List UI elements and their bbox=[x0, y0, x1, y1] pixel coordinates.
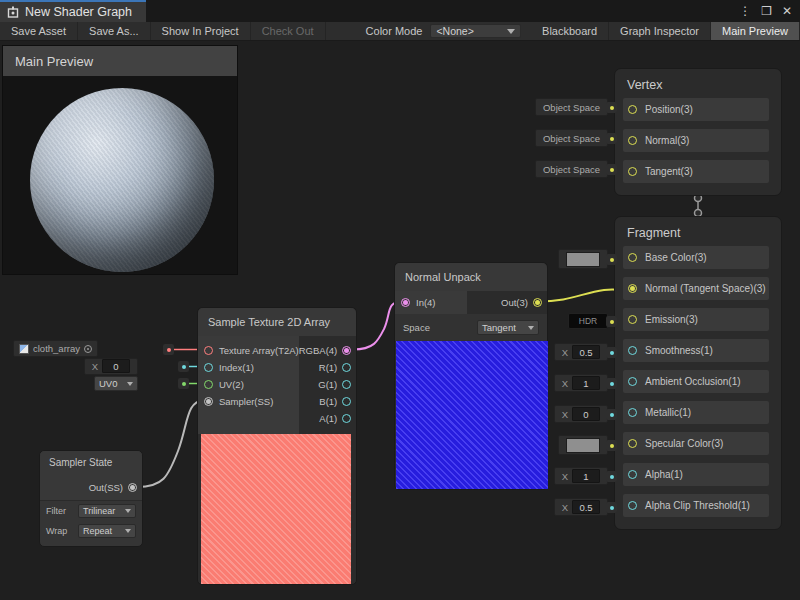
fragment-slot-ambient-occlusion[interactable]: Ambient Occlusion(1) bbox=[623, 370, 769, 393]
r-output[interactable]: R(1) bbox=[299, 359, 357, 376]
ambient-occlusion-value-badge[interactable]: X 1 bbox=[554, 374, 608, 392]
save-asset-button[interactable]: Save Asset bbox=[0, 22, 78, 40]
ambient-occlusion-value-field[interactable]: 1 bbox=[572, 376, 600, 390]
index-value-field[interactable]: 0 bbox=[102, 359, 130, 373]
fragment-slot-alpha[interactable]: Alpha(1) bbox=[623, 463, 769, 486]
metallic-port[interactable] bbox=[628, 408, 637, 417]
vertex-node[interactable]: Vertex Position(3) Normal(3) Tangent(3) bbox=[614, 68, 782, 196]
sampler-state-node[interactable]: Sampler State Out(SS) Filter Trilinear W… bbox=[39, 450, 143, 547]
uv-port[interactable] bbox=[204, 380, 213, 389]
tangent-space-badge[interactable]: Object Space bbox=[535, 160, 608, 178]
smoothness-value-field[interactable]: 0.5 bbox=[572, 345, 600, 359]
blackboard-toggle[interactable]: Blackboard bbox=[531, 22, 609, 40]
a-port[interactable] bbox=[342, 414, 351, 423]
fragment-slot-emission[interactable]: Emission(3) bbox=[623, 308, 769, 331]
smoothness-value-badge[interactable]: X 0.5 bbox=[554, 343, 608, 361]
g-output[interactable]: G(1) bbox=[299, 376, 357, 393]
color-mode-dropdown[interactable]: <None> bbox=[430, 24, 521, 38]
alpha-clip-port[interactable] bbox=[628, 501, 637, 510]
base-color-stub bbox=[606, 254, 617, 265]
normal-port[interactable] bbox=[628, 136, 637, 145]
edge-samplerstate-to-sampler[interactable] bbox=[137, 401, 204, 488]
texture-array-input[interactable]: Texture Array(T2A) bbox=[198, 342, 299, 359]
metallic-value-badge[interactable]: X 0 bbox=[554, 405, 608, 423]
vertex-slot-normal[interactable]: Normal(3) bbox=[623, 129, 769, 152]
normal-unpack-in[interactable]: In(4) bbox=[395, 291, 467, 314]
index-input[interactable]: Index(1) bbox=[198, 359, 299, 376]
color-swatch[interactable] bbox=[566, 438, 600, 453]
fragment-slot-metallic[interactable]: Metallic(1) bbox=[623, 401, 769, 424]
main-preview-panel[interactable]: Main Preview bbox=[2, 45, 238, 275]
tangent-stub bbox=[606, 164, 617, 175]
normal-unpack-node[interactable]: Normal Unpack In(4) Out(3) Space Tangent bbox=[394, 262, 548, 490]
x-prefix: X bbox=[562, 347, 568, 358]
menu-icon[interactable]: ⋮ bbox=[739, 5, 751, 17]
rgba-output[interactable]: RGBA(4) bbox=[299, 342, 357, 359]
normal-ts-port[interactable] bbox=[628, 284, 637, 293]
in4-port[interactable] bbox=[401, 298, 410, 307]
graph-inspector-toggle[interactable]: Graph Inspector bbox=[609, 22, 711, 40]
specular-color-port[interactable] bbox=[628, 439, 637, 448]
r-port[interactable] bbox=[342, 363, 351, 372]
cloth-array-stub bbox=[163, 344, 174, 355]
normal-space-badge[interactable]: Object Space bbox=[535, 129, 608, 147]
asset-tab[interactable]: New Shader Graph bbox=[0, 0, 146, 22]
ambient-occlusion-stub bbox=[606, 378, 617, 389]
uv-input[interactable]: UV(2) bbox=[198, 376, 299, 393]
sampler-label: Sampler(SS) bbox=[219, 396, 273, 407]
main-preview-toggle[interactable]: Main Preview bbox=[711, 22, 800, 40]
a-output[interactable]: A(1) bbox=[299, 410, 357, 427]
space-dropdown[interactable]: Tangent bbox=[477, 320, 539, 335]
rgba-port[interactable] bbox=[342, 346, 351, 355]
alpha-clip-value-field[interactable]: 0.5 bbox=[572, 500, 600, 514]
sampler-port[interactable] bbox=[204, 397, 213, 406]
sampler-input[interactable]: Sampler(SS) bbox=[198, 393, 299, 410]
normal-unpack-out[interactable]: Out(3) bbox=[467, 291, 547, 314]
alpha-value-field[interactable]: 1 bbox=[572, 469, 600, 483]
alpha-port[interactable] bbox=[628, 470, 637, 479]
tangent-port[interactable] bbox=[628, 167, 637, 176]
main-preview-header[interactable]: Main Preview bbox=[3, 46, 237, 76]
index-stub bbox=[178, 361, 189, 372]
filter-dropdown[interactable]: Trilinear bbox=[78, 504, 136, 518]
fragment-slot-normal-ts[interactable]: Normal (Tangent Space)(3) bbox=[623, 277, 769, 300]
save-as-button[interactable]: Save As... bbox=[78, 22, 151, 40]
fragment-slot-smoothness[interactable]: Smoothness(1) bbox=[623, 339, 769, 362]
sample-texture-2d-array-node[interactable]: Sample Texture 2D Array Texture Array(T2… bbox=[197, 307, 357, 585]
color-swatch[interactable] bbox=[566, 252, 600, 267]
specular-color-swatch-badge[interactable] bbox=[558, 435, 608, 455]
b-output[interactable]: B(1) bbox=[299, 393, 357, 410]
position-port[interactable] bbox=[628, 105, 637, 114]
fragment-slot-alpha-clip[interactable]: Alpha Clip Threshold(1) bbox=[623, 494, 769, 517]
position-space-badge[interactable]: Object Space bbox=[535, 98, 608, 116]
ambient-occlusion-port[interactable] bbox=[628, 377, 637, 386]
g-port[interactable] bbox=[342, 380, 351, 389]
close-icon[interactable]: ✕ bbox=[782, 5, 792, 17]
uv-channel-dropdown[interactable]: UV0 bbox=[94, 376, 138, 391]
maximize-icon[interactable]: ❒ bbox=[761, 5, 772, 17]
vertex-slot-tangent[interactable]: Tangent(3) bbox=[623, 160, 769, 183]
fragment-node[interactable]: Fragment Base Color(3) Normal (Tangent S… bbox=[614, 216, 782, 530]
vertex-slot-position[interactable]: Position(3) bbox=[623, 98, 769, 121]
wrap-dropdown[interactable]: Repeat bbox=[78, 524, 136, 538]
sampler-state-out[interactable]: Out(SS) bbox=[40, 474, 142, 501]
index-port[interactable] bbox=[204, 363, 213, 372]
smoothness-port[interactable] bbox=[628, 346, 637, 355]
fragment-slot-specular-color[interactable]: Specular Color(3) bbox=[623, 432, 769, 455]
index-value-badge[interactable]: X 0 bbox=[84, 358, 138, 375]
cloth-array-badge[interactable]: cloth_array bbox=[13, 340, 98, 357]
alpha-clip-value-badge[interactable]: X 0.5 bbox=[554, 498, 608, 516]
emission-hdr-badge[interactable]: HDR bbox=[568, 313, 608, 329]
emission-port[interactable] bbox=[628, 315, 637, 324]
graph-canvas[interactable]: Vertex Position(3) Normal(3) Tangent(3) … bbox=[0, 41, 800, 600]
fragment-slot-base-color[interactable]: Base Color(3) bbox=[623, 246, 769, 269]
metallic-value-field[interactable]: 0 bbox=[572, 407, 600, 421]
show-in-project-button[interactable]: Show In Project bbox=[151, 22, 251, 40]
texture-array-port[interactable] bbox=[204, 346, 213, 355]
base-color-swatch-badge[interactable] bbox=[558, 249, 608, 269]
base-color-port[interactable] bbox=[628, 253, 637, 262]
b-port[interactable] bbox=[342, 397, 351, 406]
out3-port[interactable] bbox=[533, 298, 542, 307]
out-ss-port[interactable] bbox=[128, 483, 137, 492]
alpha-value-badge[interactable]: X 1 bbox=[554, 467, 608, 485]
